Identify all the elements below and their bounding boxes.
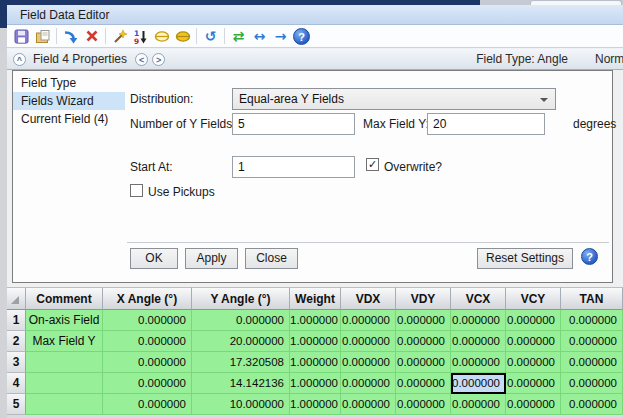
help-button[interactable]: ? bbox=[581, 247, 598, 265]
cell-comment[interactable]: On-axis Field bbox=[26, 310, 103, 331]
apply-button[interactable]: Apply bbox=[185, 248, 238, 269]
cell-x-angle[interactable]: 0.000000 bbox=[103, 394, 192, 415]
col-header-tan: TAN bbox=[561, 287, 623, 310]
cell-x-angle[interactable]: 0.000000 bbox=[103, 352, 192, 373]
cell-tan[interactable]: 0.000000 bbox=[561, 331, 623, 352]
vignetting-filled-icon[interactable] bbox=[172, 26, 193, 46]
cell-comment[interactable]: Max Field Y bbox=[26, 331, 103, 352]
cell-vdy[interactable]: 0.000000 bbox=[396, 331, 451, 352]
toolbar-separator bbox=[224, 28, 225, 44]
cell-vdx[interactable]: 0.000000 bbox=[341, 373, 396, 394]
cell-weight[interactable]: 1.000000 bbox=[290, 394, 341, 415]
cell-tan[interactable]: 0.000000 bbox=[561, 352, 623, 373]
cell-y-angle[interactable]: 14.142136 bbox=[192, 373, 290, 394]
insert-arrow-icon[interactable] bbox=[60, 26, 81, 46]
row-number[interactable]: 1 bbox=[7, 310, 26, 331]
title-bar: Field Data Editor bbox=[7, 5, 623, 25]
cell-vdx[interactable]: 0.000000 bbox=[341, 331, 396, 352]
cell-vdy[interactable]: 0.000000 bbox=[396, 352, 451, 373]
table-row: 30.00000017.3205081.0000000.0000000.0000… bbox=[7, 352, 623, 373]
max-field-y-label: Max Field Y: bbox=[363, 117, 429, 131]
cell-vcx[interactable]: 0.000000 bbox=[451, 394, 506, 415]
sidebar-item-field-type[interactable]: Field Type bbox=[13, 74, 125, 92]
left-right-arrow-icon[interactable]: ↔ bbox=[249, 26, 270, 46]
cell-tan[interactable]: 0.000000 bbox=[561, 310, 623, 331]
field-table: CommentX Angle (°)Y Angle (°)WeightVDXVD… bbox=[7, 287, 623, 415]
next-field-icon[interactable]: → bbox=[270, 26, 291, 46]
cell-vdx[interactable]: 0.000000 bbox=[341, 352, 396, 373]
cell-x-angle[interactable]: 0.000000 bbox=[103, 373, 192, 394]
next-field-icon-nav[interactable]: > bbox=[152, 53, 165, 66]
col-header-vcy: VCY bbox=[506, 287, 561, 310]
table-row: 1On-axis Field0.0000000.0000001.0000000.… bbox=[7, 310, 623, 331]
swap-arrows-icon[interactable]: ⇄ bbox=[228, 26, 249, 46]
col-header-weight: Weight bbox=[290, 287, 341, 310]
cell-vcx[interactable]: 0.000000 bbox=[451, 373, 506, 394]
cell-vcy[interactable]: 0.000000 bbox=[506, 331, 561, 352]
toolbar-separator bbox=[56, 28, 57, 44]
cell-vcx[interactable]: 0.000000 bbox=[451, 310, 506, 331]
cell-x-angle[interactable]: 0.000000 bbox=[103, 310, 192, 331]
start-at-input[interactable] bbox=[232, 156, 355, 178]
close-button[interactable]: Close bbox=[245, 248, 298, 269]
cell-y-angle[interactable]: 10.000000 bbox=[192, 394, 290, 415]
cell-comment[interactable] bbox=[26, 352, 103, 373]
row-number[interactable]: 5 bbox=[7, 394, 26, 415]
cell-vcy[interactable]: 0.000000 bbox=[506, 373, 561, 394]
distribution-label: Distribution: bbox=[130, 92, 193, 106]
use-pickups-checkbox[interactable] bbox=[130, 184, 143, 197]
reset-settings-button[interactable]: Reset Settings bbox=[477, 248, 573, 269]
cell-vdx[interactable]: 0.000000 bbox=[341, 310, 396, 331]
distribution-dropdown[interactable]: Equal-area Y Fields bbox=[232, 88, 556, 110]
field-data-editor-window: Field Data Editor 19 ↺ ⇄ bbox=[0, 0, 623, 418]
cell-vcx[interactable]: 0.000000 bbox=[451, 352, 506, 373]
cell-weight[interactable]: 1.000000 bbox=[290, 331, 341, 352]
cell-y-angle[interactable]: 0.000000 bbox=[192, 310, 290, 331]
cell-vdy[interactable]: 0.000000 bbox=[396, 394, 451, 415]
max-field-y-input[interactable] bbox=[427, 113, 545, 135]
undo-icon[interactable]: ↺ bbox=[200, 26, 221, 46]
toolbar: 19 ↺ ⇄ ↔ → ? bbox=[7, 25, 623, 48]
vignetting-open-icon[interactable] bbox=[151, 26, 172, 46]
cell-vdy[interactable]: 0.000000 bbox=[396, 310, 451, 331]
normalization-readout: Norm bbox=[595, 52, 623, 66]
cell-weight[interactable]: 1.000000 bbox=[290, 310, 341, 331]
cell-vdx[interactable]: 0.000000 bbox=[341, 394, 396, 415]
collapse-chevron-icon[interactable]: ^ bbox=[13, 53, 26, 66]
cell-y-angle[interactable]: 17.320508 bbox=[192, 352, 290, 373]
save-icon[interactable] bbox=[11, 26, 32, 46]
cell-vcx[interactable]: 0.000000 bbox=[451, 331, 506, 352]
help-icon[interactable]: ? bbox=[291, 26, 312, 46]
cell-comment[interactable] bbox=[26, 394, 103, 415]
cell-weight[interactable]: 1.000000 bbox=[290, 373, 341, 394]
cell-x-angle[interactable]: 0.000000 bbox=[103, 331, 192, 352]
cell-tan[interactable]: 0.000000 bbox=[561, 373, 623, 394]
cell-vcy[interactable]: 0.000000 bbox=[506, 310, 561, 331]
row-number[interactable]: 4 bbox=[7, 373, 26, 394]
sidebar-item-current-field[interactable]: Current Field (4) bbox=[13, 110, 125, 128]
overwrite-checkbox[interactable]: ✓ bbox=[366, 158, 379, 171]
cell-comment[interactable] bbox=[26, 373, 103, 394]
sidebar-item-fields-wizard[interactable]: Fields Wizard bbox=[13, 92, 125, 110]
table-corner-cell[interactable] bbox=[7, 287, 26, 310]
col-header-y-angle: Y Angle (°) bbox=[192, 287, 290, 310]
button-separator-line bbox=[127, 242, 609, 243]
row-number[interactable]: 2 bbox=[7, 331, 26, 352]
cell-vcy[interactable]: 0.000000 bbox=[506, 394, 561, 415]
corner-triangle-icon bbox=[11, 296, 19, 304]
row-number[interactable]: 3 bbox=[7, 352, 26, 373]
table-row: 50.00000010.0000001.0000000.0000000.0000… bbox=[7, 394, 623, 415]
cell-y-angle[interactable]: 20.000000 bbox=[192, 331, 290, 352]
cell-weight[interactable]: 1.000000 bbox=[290, 352, 341, 373]
ok-button[interactable]: OK bbox=[130, 248, 178, 269]
prev-field-icon[interactable]: < bbox=[135, 53, 148, 66]
sort-fields-icon[interactable]: 19 bbox=[130, 26, 151, 46]
cell-tan[interactable]: 0.000000 bbox=[561, 394, 623, 415]
number-of-y-fields-input[interactable] bbox=[232, 113, 355, 135]
cell-vcy[interactable]: 0.000000 bbox=[506, 352, 561, 373]
table-header-row: CommentX Angle (°)Y Angle (°)WeightVDXVD… bbox=[7, 287, 623, 310]
open-file-icon[interactable] bbox=[32, 26, 53, 46]
cell-vdy[interactable]: 0.000000 bbox=[396, 373, 451, 394]
delete-x-icon[interactable] bbox=[81, 26, 102, 46]
wizard-wand-icon[interactable] bbox=[109, 26, 130, 46]
